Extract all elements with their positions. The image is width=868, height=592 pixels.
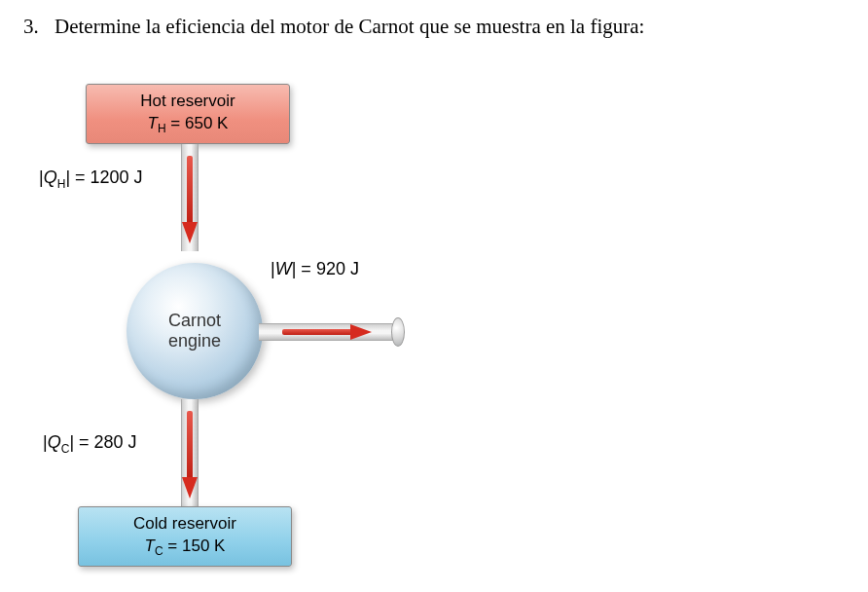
cold-reservoir-temp: TC = 150 K	[79, 536, 291, 560]
qc-value: | = 280 J	[69, 432, 136, 452]
arrow-qc-head	[182, 477, 198, 499]
carnot-engine: Carnot engine	[127, 263, 263, 399]
label-qc: |QC| = 280 J	[43, 432, 137, 456]
engine-label-1: Carnot	[168, 311, 221, 331]
engine-label-2: engine	[168, 331, 221, 352]
label-w: |W| = 920 J	[271, 259, 359, 279]
subscript-H: H	[158, 122, 166, 135]
cold-temp-value: = 150 K	[163, 536, 226, 555]
hot-temp-value: = 650 K	[166, 114, 229, 132]
question-number: 3.	[23, 14, 54, 40]
arrow-w-head	[350, 324, 372, 340]
pipe-work-end	[391, 317, 405, 347]
arrow-w-stem	[282, 329, 352, 335]
cold-reservoir-title: Cold reservoir	[79, 513, 291, 535]
symbol-T: T	[145, 536, 155, 555]
cold-reservoir: Cold reservoir TC = 150 K	[78, 506, 292, 567]
symbol-Q: Q	[48, 432, 61, 452]
label-qh: |QH| = 1200 J	[39, 167, 143, 191]
arrow-qc-stem	[187, 411, 193, 479]
w-value: | = 920 J	[292, 259, 359, 278]
question-row: 3. Determine la eficiencia del motor de …	[0, 0, 868, 40]
arrow-qh-head	[182, 222, 198, 243]
hot-reservoir-temp: TH = 650 K	[87, 113, 289, 137]
carnot-diagram: Hot reservoir TH = 650 K |QH| = 1200 J C…	[29, 78, 418, 584]
arrow-qh-stem	[187, 156, 193, 224]
question-text: Determine la eficiencia del motor de Car…	[54, 14, 858, 40]
hot-reservoir-title: Hot reservoir	[87, 91, 289, 112]
hot-reservoir: Hot reservoir TH = 650 K	[86, 84, 290, 144]
symbol-T: T	[148, 114, 158, 132]
subscript-C: C	[155, 544, 163, 558]
symbol-Q: Q	[44, 167, 57, 187]
symbol-W: W	[275, 259, 292, 278]
qh-value: | = 1200 J	[65, 167, 142, 187]
